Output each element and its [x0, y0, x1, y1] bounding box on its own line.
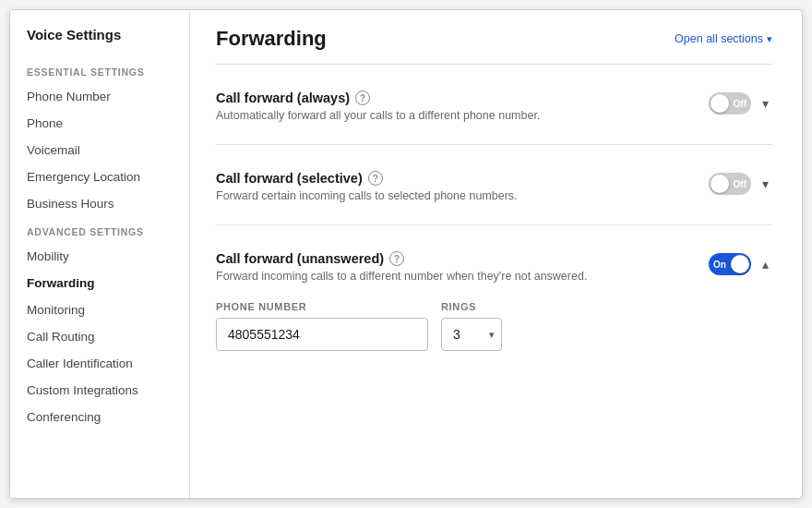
sidebar-item-custom-integrations[interactable]: Custom Integrations [10, 377, 189, 404]
fields-row: PHONE NUMBER RINGS 1 2 3 4 5 ▾ [216, 301, 772, 351]
call-forward-always-left: Call forward (always) ? Automatically fo… [216, 91, 694, 122]
toggle-label: Off [734, 179, 746, 189]
call-forward-unanswered-title: Call forward (unanswered) ? [216, 251, 694, 266]
call-forward-always-row: Call forward (always) ? Automatically fo… [216, 78, 772, 131]
call-forward-always-title: Call forward (always) ? [216, 91, 694, 105]
sidebar-item-phone-number[interactable]: Phone Number [10, 83, 189, 110]
divider-1 [216, 144, 772, 145]
rings-select-wrap: 1 2 3 4 5 ▾ [441, 318, 502, 351]
rings-select[interactable]: 1 2 3 4 5 [441, 318, 502, 351]
call-forward-always-expand-icon[interactable]: ▾ [758, 94, 772, 113]
sidebar-item-conferencing[interactable]: Conferencing [10, 404, 189, 430]
call-forward-unanswered-detail: PHONE NUMBER RINGS 1 2 3 4 5 ▾ [216, 292, 772, 366]
header-divider [216, 64, 772, 65]
call-forward-selective-controls: Off ▾ [709, 173, 772, 195]
call-forward-selective-expand-icon[interactable]: ▾ [758, 175, 772, 193]
divider-2 [216, 224, 772, 225]
toggle-knob [710, 175, 729, 193]
call-forward-unanswered-toggle[interactable]: On [709, 253, 751, 275]
rings-field-group: RINGS 1 2 3 4 5 ▾ [441, 301, 502, 351]
open-all-sections-button[interactable]: Open all sections ▾ [675, 32, 772, 45]
sidebar-item-voicemail[interactable]: Voicemail [10, 137, 189, 163]
call-forward-always-toggle[interactable]: Off [709, 92, 751, 115]
sidebar-item-emergency-location[interactable]: Emergency Location [10, 163, 189, 190]
call-forward-always-help-icon[interactable]: ? [355, 91, 370, 105]
sidebar-item-call-routing[interactable]: Call Routing [10, 323, 189, 350]
toggle-knob [731, 255, 749, 273]
toggle-knob [710, 94, 729, 113]
call-forward-selective-row: Call forward (selective) ? Forward certa… [216, 158, 772, 212]
sidebar-title: Voice Settings [10, 27, 189, 57]
call-forward-unanswered-desc: Forward incoming calls to a different nu… [216, 270, 694, 283]
main-header: Forwarding Open all sections ▾ [216, 27, 772, 51]
advanced-settings-label: ADVANCED SETTINGS [10, 217, 189, 243]
toggle-label: Off [734, 99, 746, 109]
sidebar: Voice Settings ESSENTIAL SETTINGS Phone … [10, 10, 190, 498]
call-forward-selective-desc: Forward certain incoming calls to select… [216, 189, 694, 202]
call-forward-unanswered-left: Call forward (unanswered) ? Forward inco… [216, 251, 694, 283]
sidebar-item-phone[interactable]: Phone [10, 110, 189, 137]
call-forward-unanswered-controls: On ▴ [709, 253, 772, 275]
call-forward-selective-left: Call forward (selective) ? Forward certa… [216, 171, 694, 202]
rings-label: RINGS [441, 301, 502, 312]
app-window: Voice Settings ESSENTIAL SETTINGS Phone … [9, 9, 803, 499]
sidebar-item-monitoring[interactable]: Monitoring [10, 296, 189, 323]
call-forward-unanswered-help-icon[interactable]: ? [389, 251, 404, 266]
main-content: Forwarding Open all sections ▾ Call forw… [190, 10, 802, 498]
call-forward-unanswered-expand-icon[interactable]: ▴ [758, 255, 772, 273]
call-forward-always-desc: Automatically forward all your calls to … [216, 109, 694, 122]
chevron-down-icon: ▾ [767, 33, 772, 45]
sidebar-item-mobility[interactable]: Mobility [10, 243, 189, 270]
phone-number-label: PHONE NUMBER [216, 301, 428, 312]
sidebar-item-business-hours[interactable]: Business Hours [10, 190, 189, 217]
call-forward-selective-title: Call forward (selective) ? [216, 171, 694, 186]
call-forward-selective-toggle[interactable]: Off [709, 173, 751, 195]
sidebar-item-caller-identification[interactable]: Caller Identification [10, 350, 189, 377]
toggle-label: On [713, 260, 726, 270]
essential-settings-label: ESSENTIAL SETTINGS [10, 57, 189, 83]
phone-number-input[interactable] [216, 318, 428, 351]
phone-number-field-group: PHONE NUMBER [216, 301, 428, 351]
call-forward-always-controls: Off ▾ [709, 92, 772, 115]
call-forward-selective-help-icon[interactable]: ? [368, 171, 383, 186]
sidebar-item-forwarding[interactable]: Forwarding [10, 270, 189, 296]
page-title: Forwarding [216, 27, 327, 51]
call-forward-unanswered-row: Call forward (unanswered) ? Forward inco… [216, 238, 772, 292]
